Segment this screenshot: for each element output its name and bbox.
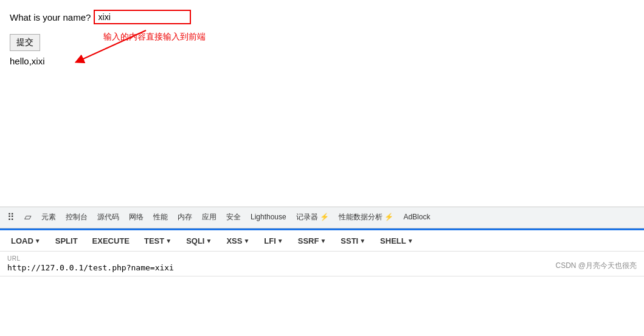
perf-insights-label: 性能数据分析 ⚡ xyxy=(339,212,393,222)
devtools-tab-perf-insights[interactable]: 性能数据分析 ⚡ xyxy=(334,207,398,228)
hackbar-ssti-button[interactable]: SSTI ▼ xyxy=(334,234,372,248)
hello-text: hello,xixi xyxy=(10,56,634,66)
hackbar-test-button[interactable]: TEST ▼ xyxy=(138,234,178,248)
devtools-tab-adblock[interactable]: AdBlock xyxy=(398,207,435,228)
hackbar-xss-button[interactable]: XSS ▼ xyxy=(220,234,255,248)
test-dropdown-icon: ▼ xyxy=(165,238,171,244)
inspect-icon: ⠿ xyxy=(7,211,15,223)
recorder-label: 记录器 ⚡ xyxy=(296,212,329,222)
hackbar-split-button[interactable]: SPLIT xyxy=(49,234,84,248)
ssti-label: SSTI xyxy=(341,236,358,245)
network-label: 网络 xyxy=(129,212,144,222)
question-line: What is your name? xyxy=(10,10,634,24)
sqli-dropdown-icon: ▼ xyxy=(206,238,212,244)
hackbar-sqli-button[interactable]: SQLI ▼ xyxy=(180,234,218,248)
sqli-label: SQLI xyxy=(186,236,204,245)
devtools-tab-console[interactable]: 控制台 xyxy=(61,207,92,228)
load-label: LOAD xyxy=(11,236,33,245)
devtools-tab-lighthouse[interactable]: Lighthouse xyxy=(246,207,291,228)
ssrf-dropdown-icon: ▼ xyxy=(320,238,326,244)
xss-dropdown-icon: ▼ xyxy=(243,238,249,244)
devtools-tab-memory[interactable]: 内存 xyxy=(173,207,197,228)
devtools-tab-recorder[interactable]: 记录器 ⚡ xyxy=(291,207,334,228)
xss-label: XSS xyxy=(226,236,242,245)
devtools-tab-device[interactable]: ▱ xyxy=(19,207,36,228)
hackbar-ssrf-button[interactable]: SSRF ▼ xyxy=(292,234,333,248)
name-input[interactable] xyxy=(94,10,191,24)
ssti-dropdown-icon: ▼ xyxy=(359,238,365,244)
devtools-tab-inspect[interactable]: ⠿ xyxy=(2,207,19,228)
execute-label: EXECUTE xyxy=(92,236,130,245)
ssrf-label: SSRF xyxy=(298,236,319,245)
load-dropdown-icon: ▼ xyxy=(35,238,41,244)
test-label: TEST xyxy=(144,236,164,245)
url-area: URL http://127.0.0.1/test.php?name=xixi … xyxy=(0,252,644,276)
hackbar-execute-button[interactable]: EXECUTE xyxy=(86,234,136,248)
devtools-tab-sources[interactable]: 源代码 xyxy=(92,207,124,228)
security-label: 安全 xyxy=(226,212,241,222)
hackbar-lfi-button[interactable]: LFI ▼ xyxy=(258,234,289,248)
devtools-tab-security[interactable]: 安全 xyxy=(221,207,246,228)
devtools-toolbar: ⠿ ▱ 元素 控制台 源代码 网络 性能 内存 应用 安全 Lighthouse… xyxy=(0,207,644,228)
application-label: 应用 xyxy=(202,212,216,222)
shell-dropdown-icon: ▼ xyxy=(407,238,414,244)
question-label: What is your name? xyxy=(10,12,91,22)
devtools-tab-network[interactable]: 网络 xyxy=(124,207,148,228)
split-label: SPLIT xyxy=(55,236,78,245)
devtools-tab-performance[interactable]: 性能 xyxy=(148,207,173,228)
device-icon: ▱ xyxy=(24,211,32,222)
elements-label: 元素 xyxy=(41,212,56,222)
hackbar-load-button[interactable]: LOAD ▼ xyxy=(5,234,47,248)
console-label: 控制台 xyxy=(66,212,88,222)
annotation-text: 输入的内容直接输入到前端 xyxy=(103,32,206,43)
watermark: CSDN @月亮今天也很亮 xyxy=(555,261,637,271)
hackbar-shell-button[interactable]: SHELL ▼ xyxy=(374,234,420,248)
submit-button[interactable]: 提交 xyxy=(10,34,40,51)
adblock-label: AdBlock xyxy=(403,213,430,221)
lfi-dropdown-icon: ▼ xyxy=(277,238,283,244)
url-label: URL xyxy=(7,255,637,262)
performance-label: 性能 xyxy=(153,212,168,222)
lfi-label: LFI xyxy=(264,236,276,245)
shell-label: SHELL xyxy=(380,236,406,245)
memory-label: 内存 xyxy=(178,212,192,222)
sources-label: 源代码 xyxy=(97,212,119,222)
lighthouse-label: Lighthouse xyxy=(251,213,286,221)
hackbar: LOAD ▼ SPLIT EXECUTE TEST ▼ SQLI ▼ XSS ▼… xyxy=(0,228,644,252)
devtools-tab-elements[interactable]: 元素 xyxy=(36,207,61,228)
devtools-tab-application[interactable]: 应用 xyxy=(197,207,221,228)
main-content: What is your name? 提交 输入的内容直接输入到前端 hello… xyxy=(0,0,644,207)
url-value: http://127.0.0.1/test.php?name=xixi xyxy=(7,263,637,272)
